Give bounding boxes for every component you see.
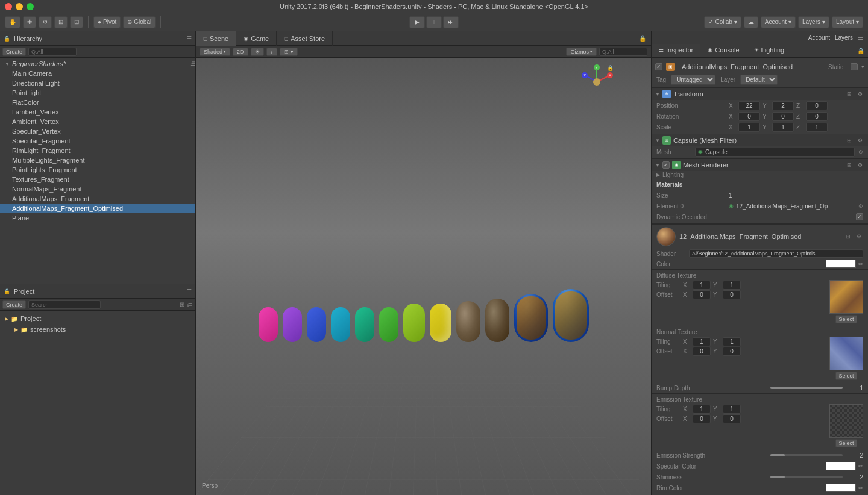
color-swatch[interactable]	[826, 260, 856, 268]
list-item[interactable]: Point light	[0, 88, 195, 98]
diffuse-tiling-y-input[interactable]	[723, 281, 741, 290]
shading-mode-button[interactable]: Shaded ▾	[200, 48, 230, 56]
viewport[interactable]: Y X Z 🔒	[196, 58, 651, 495]
move-tool-button[interactable]: ✚	[23, 16, 36, 28]
static-dropdown-icon[interactable]: ▾	[861, 64, 864, 70]
tab-asset-store[interactable]: ◻ Asset Store	[277, 31, 333, 46]
sync-icon[interactable]: 🏷	[187, 301, 193, 308]
mesh-pick-icon[interactable]: ⊙	[858, 149, 863, 155]
mr-settings-icon[interactable]: ⊞	[845, 161, 854, 169]
normal-texture-thumbnail[interactable]	[829, 337, 863, 370]
list-item[interactable]: Main Camera	[0, 69, 195, 78]
mf-gear-icon[interactable]: ⚙	[856, 137, 864, 144]
color-edit-icon[interactable]: ✏	[858, 261, 863, 267]
normal-select-button[interactable]: Select	[835, 372, 857, 380]
diffuse-tiling-x-input[interactable]	[693, 281, 711, 290]
project-folder-item[interactable]: ▶ 📁 screenshots	[5, 324, 190, 335]
lighting-toggle-button[interactable]: ☀	[251, 48, 264, 56]
hierarchy-root-settings-icon[interactable]: ☰	[190, 61, 195, 67]
transform-gear-icon[interactable]: ⚙	[856, 90, 864, 98]
tab-game[interactable]: ◉ Game	[236, 31, 277, 46]
layer-select[interactable]: Default	[740, 75, 778, 85]
account-button[interactable]: Account ▾	[761, 16, 796, 28]
position-x-input[interactable]	[738, 101, 760, 110]
emission-tiling-x-input[interactable]	[693, 405, 711, 414]
shininess-slider[interactable]	[770, 476, 843, 478]
diffuse-texture-thumbnail[interactable]	[829, 280, 863, 314]
normal-tiling-y-input[interactable]	[723, 337, 741, 346]
hand-tool-button[interactable]: ✋	[5, 16, 20, 28]
position-z-input[interactable]	[806, 101, 828, 110]
specular-color-swatch[interactable]	[826, 462, 856, 470]
step-button[interactable]: ⏭	[443, 16, 459, 28]
list-item[interactable]: Specular_Vertex	[0, 126, 195, 136]
mat-settings-icon[interactable]: ⊞	[844, 233, 852, 240]
mat-gear-icon[interactable]: ⚙	[855, 233, 863, 240]
minimize-button[interactable]	[16, 3, 23, 10]
mr-gear-icon[interactable]: ⚙	[856, 161, 864, 169]
normal-offset-y-input[interactable]	[723, 347, 741, 356]
emission-offset-x-input[interactable]	[693, 414, 711, 423]
toggle-view-icon[interactable]: ⊞	[180, 301, 184, 308]
emission-offset-y-input[interactable]	[723, 414, 741, 423]
list-item[interactable]: RimLight_Fragment	[0, 146, 195, 155]
normal-offset-x-input[interactable]	[693, 347, 711, 356]
dynamic-occluded-checkbox[interactable]	[856, 213, 863, 220]
scale-y-input[interactable]	[772, 123, 794, 132]
project-folder-item[interactable]: ▶ 📁 Project	[5, 313, 190, 324]
specular-color-edit-icon[interactable]: ✏	[858, 463, 863, 470]
list-item[interactable]: Textures_Fragment	[0, 175, 195, 184]
bump-depth-slider[interactable]	[770, 387, 843, 389]
cloud-button[interactable]: ☁	[744, 16, 758, 28]
rotate-tool-button[interactable]: ↺	[39, 16, 52, 28]
viewport-lock-icon[interactable]: 🔒	[634, 35, 651, 42]
hierarchy-create-button[interactable]: Create	[2, 48, 26, 56]
element0-pick-icon[interactable]: ⊙	[858, 203, 863, 209]
diffuse-select-button[interactable]: Select	[835, 315, 857, 323]
list-item[interactable]: Plane	[0, 213, 195, 223]
scale-z-input[interactable]	[806, 123, 828, 132]
project-search-input[interactable]	[28, 300, 101, 309]
list-item-selected[interactable]: AdditionalMaps_Fragment_Optimised	[0, 204, 195, 213]
rect-tool-button[interactable]: ⊡	[70, 16, 83, 28]
static-checkbox[interactable]	[851, 63, 858, 70]
hierarchy-menu-icon[interactable]: ☰	[187, 36, 192, 42]
diffuse-offset-y-input[interactable]	[723, 290, 741, 299]
close-button[interactable]	[5, 3, 12, 10]
list-item[interactable]: PointLights_Fragment	[0, 165, 195, 175]
mesh-renderer-header[interactable]: ▼ ◉ Mesh Renderer ⊞ ⚙	[652, 159, 868, 171]
collab-button[interactable]: ✓ Collab ▾	[704, 16, 741, 28]
list-item[interactable]: NormalMaps_Fragment	[0, 184, 195, 194]
scale-tool-button[interactable]: ⊞	[54, 16, 68, 28]
rim-color-edit-icon[interactable]: ✏	[858, 485, 863, 491]
emission-strength-slider[interactable]	[770, 454, 843, 456]
inspector-menu-icon[interactable]: ☰	[858, 34, 863, 41]
fx-toggle-button[interactable]: ⊞ ▾	[280, 48, 298, 56]
project-menu-icon[interactable]: ☰	[187, 288, 192, 294]
tab-lighting[interactable]: ☀ Lighting	[747, 44, 792, 57]
scene-search-input[interactable]	[599, 48, 647, 56]
list-item[interactable]: Lambert_Vertex	[0, 107, 195, 117]
layers-button[interactable]: Layers ▾	[798, 16, 829, 28]
maximize-button[interactable]	[27, 3, 34, 10]
list-item[interactable]: Directional Light	[0, 78, 195, 88]
list-item[interactable]: FlatColor	[0, 98, 195, 107]
viewport-lock[interactable]: 🔒	[607, 65, 614, 71]
play-button[interactable]: ▶	[409, 16, 425, 28]
rotation-y-input[interactable]	[772, 112, 794, 121]
emission-texture-thumbnail[interactable]	[829, 404, 863, 438]
normal-tiling-x-input[interactable]	[693, 337, 711, 346]
hierarchy-search-input[interactable]	[28, 48, 77, 56]
mf-settings-icon[interactable]: ⊞	[845, 137, 854, 144]
pivot-button[interactable]: ● Pivot	[93, 16, 121, 28]
gizmos-button[interactable]: Gizmos ▾	[566, 48, 597, 56]
list-item[interactable]: Specular_Fragment	[0, 136, 195, 146]
rim-color-swatch[interactable]	[826, 484, 856, 492]
transform-header[interactable]: ▼ ⊕ Transform ⊞ ⚙	[652, 88, 868, 100]
audio-toggle-button[interactable]: ♪	[266, 48, 278, 56]
global-button[interactable]: ⊕ Global	[123, 16, 156, 28]
tag-select[interactable]: Untagged	[671, 75, 715, 85]
tab-inspector[interactable]: ☰ Inspector	[652, 44, 700, 57]
mr-enabled-checkbox[interactable]	[662, 161, 670, 169]
project-create-button[interactable]: Create	[2, 300, 26, 309]
